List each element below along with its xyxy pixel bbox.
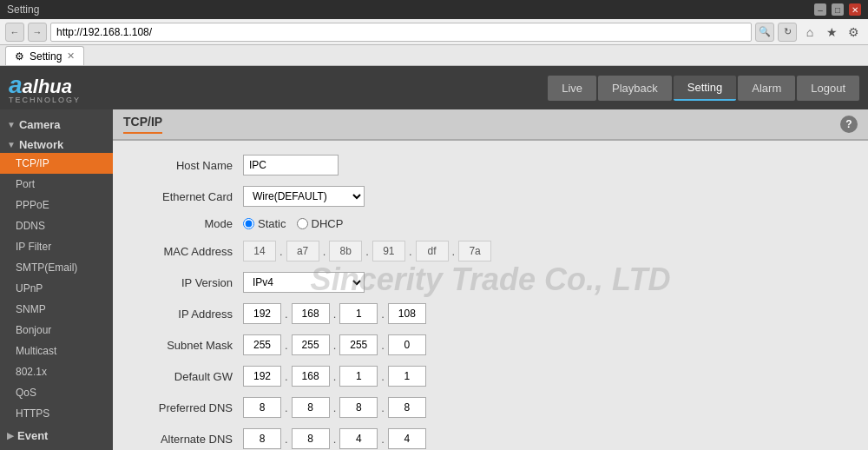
adns-part-1[interactable] [243,428,281,449]
sidebar-item-ipfilter[interactable]: IP Filter [0,236,113,257]
home-icon[interactable]: ⌂ [800,23,819,42]
ip-part-3[interactable] [339,303,378,324]
mode-label: Mode [130,217,243,230]
browser-tab[interactable]: ⚙ Setting ✕ [5,46,84,65]
url-bar[interactable] [50,23,752,42]
mode-dhcp-label[interactable]: DHCP [297,217,344,230]
pdns-part-1[interactable] [243,397,281,418]
subnet-part-3[interactable] [339,334,378,355]
sidebar-arrow-event: ▶ [7,431,14,440]
content-tab-title: TCP/IP [123,115,162,134]
sidebar-section-event[interactable]: ▶Event [0,424,113,444]
host-name-row: Host Name [130,155,851,175]
mac-part-3 [329,241,362,261]
sidebar-section-storage[interactable]: ▶Storage [0,444,113,450]
mode-value: Static DHCP [243,217,343,230]
form-body: Host Name Ethernet Card Wire(DEFAULT) [113,141,868,450]
preferred-dns-value: . . . [243,397,426,418]
mode-static-label[interactable]: Static [243,217,286,230]
pdns-part-2[interactable] [292,397,330,418]
mode-dhcp-radio[interactable] [297,218,308,229]
mode-row: Mode Static DHCP [130,217,851,230]
settings-icon[interactable]: ⚙ [844,23,863,42]
mac-address-row: MAC Address . . . . . [130,241,851,261]
ip-part-2[interactable] [292,303,330,324]
sidebar: ▼Camera▼NetworkTCP/IPPortPPPoEDDNSIP Fil… [0,109,113,450]
tab-title: Setting [30,50,62,63]
sidebar-section-label-event: Event [17,429,48,442]
ethernet-card-row: Ethernet Card Wire(DEFAULT) [130,186,851,207]
ip-address-label: IP Address [130,308,243,321]
preferred-dns-label: Preferred DNS [130,401,243,414]
app: aalhua TECHNOLOGY LivePlaybackSettingAla… [0,66,868,450]
maximize-button[interactable]: □ [832,3,844,16]
ip-part-1[interactable] [243,303,281,324]
sidebar-item-smtp[interactable]: SMTP(Email) [0,257,113,278]
ip-part-4[interactable] [388,303,426,324]
sidebar-section-network[interactable]: ▼Network [0,133,113,153]
sidebar-item-qos[interactable]: QoS [0,382,113,403]
ip-address-value: . . . [243,303,426,324]
search-button[interactable]: 🔍 [755,23,774,42]
ip-version-value: IPv4 IPv6 [243,272,365,293]
mode-static-radio[interactable] [243,218,254,229]
sidebar-item-upnp[interactable]: UPnP [0,278,113,299]
tab-close-button[interactable]: ✕ [67,50,75,62]
sidebar-item-snmp[interactable]: SNMP [0,299,113,320]
default-gw-row: Default GW . . . [130,366,851,387]
sidebar-section-camera[interactable]: ▼Camera [0,113,113,133]
minimize-button[interactable]: – [814,3,826,16]
ip-version-select[interactable]: IPv4 IPv6 [243,272,365,293]
adns-part-2[interactable] [292,428,330,449]
sidebar-item-https[interactable]: HTTPS [0,403,113,424]
subnet-part-2[interactable] [292,334,330,355]
sidebar-arrow-network: ▼ [7,140,16,149]
sidebar-item-ddns[interactable]: DDNS [0,215,113,236]
alternate-dns-label: Alternate DNS [130,433,243,446]
subnet-part-4[interactable] [388,334,426,355]
pdns-part-4[interactable] [388,397,426,418]
tab-bar: ⚙ Setting ✕ [0,45,868,66]
top-nav: LivePlaybackSettingAlarmLogout [548,76,859,101]
ip-version-row: IP Version IPv4 IPv6 [130,272,851,293]
app-header: aalhua TECHNOLOGY LivePlaybackSettingAla… [0,66,868,109]
adns-part-3[interactable] [339,428,378,449]
sidebar-item-tcpip[interactable]: TCP/IP [0,153,113,174]
close-button[interactable]: ✕ [849,3,861,16]
mode-static-text: Static [258,217,286,230]
help-icon[interactable]: ? [840,116,858,133]
default-gw-value: . . . [243,366,426,387]
mac-part-1 [243,241,276,261]
sidebar-item-bonjour[interactable]: Bonjour [0,320,113,341]
logo-sub: TECHNOLOGY [9,96,81,104]
pdns-part-3[interactable] [339,397,378,418]
gw-part-3[interactable] [339,366,378,387]
star-icon[interactable]: ★ [822,23,841,42]
sidebar-section-label-network: Network [19,138,63,151]
top-nav-alarm[interactable]: Alarm [738,76,795,101]
sidebar-item-8021x[interactable]: 802.1x [0,361,113,382]
forward-button[interactable]: → [28,23,47,42]
refresh-nav-button[interactable]: ↻ [778,23,797,42]
gw-part-2[interactable] [292,366,330,387]
top-nav-setting[interactable]: Setting [674,76,736,101]
mac-address-value: . . . . . [243,241,491,261]
preferred-dns-row: Preferred DNS . . . [130,397,851,418]
top-nav-live[interactable]: Live [548,76,596,101]
gw-part-1[interactable] [243,366,281,387]
adns-part-4[interactable] [388,428,426,449]
main-area: ▼Camera▼NetworkTCP/IPPortPPPoEDDNSIP Fil… [0,109,868,450]
back-button[interactable]: ← [5,23,24,42]
gw-part-4[interactable] [388,366,426,387]
host-name-input[interactable] [243,155,339,175]
top-nav-playback[interactable]: Playback [598,76,672,101]
title-bar: Setting – □ ✕ [0,0,868,19]
top-nav-logout[interactable]: Logout [797,76,859,101]
sidebar-item-pppoe[interactable]: PPPoE [0,195,113,215]
mac-part-2 [286,241,319,261]
subnet-part-1[interactable] [243,334,281,355]
ethernet-card-select[interactable]: Wire(DEFAULT) [243,186,365,207]
sidebar-item-port[interactable]: Port [0,174,113,195]
sidebar-item-multicast[interactable]: Multicast [0,341,113,361]
ethernet-card-value: Wire(DEFAULT) [243,186,365,207]
